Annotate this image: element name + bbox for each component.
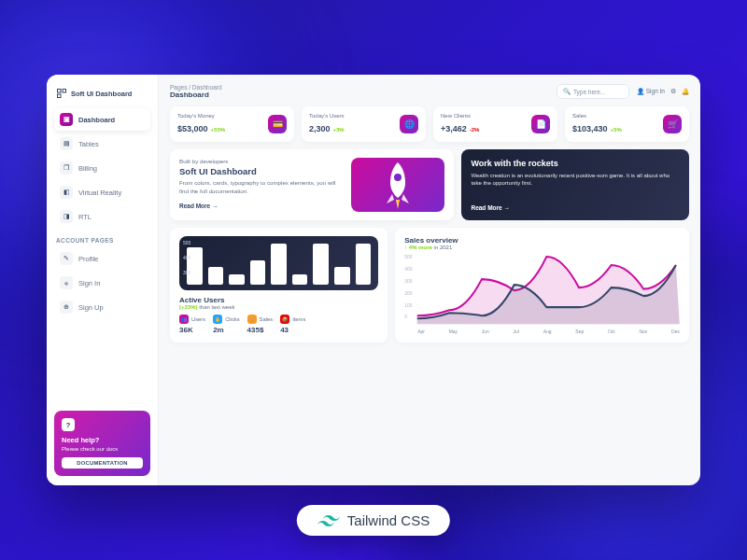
tailwind-label: Tailwind CSS	[347, 512, 430, 528]
bar	[313, 244, 329, 285]
bar	[250, 260, 266, 286]
metric: 📦Items43	[280, 315, 305, 334]
stat-delta: +55%	[211, 127, 226, 133]
svg-rect-1	[63, 90, 66, 93]
sidebar-item-label: RTL	[78, 213, 92, 221]
metric-label: Sales	[260, 316, 274, 322]
sidebar-item-tables[interactable]: ▤Tables	[54, 133, 150, 155]
dashboard-icon: ▣	[60, 113, 73, 126]
work-body: Wealth creation is an evolutionarily rec…	[471, 172, 680, 188]
sidebar-item-label: Sign In	[78, 279, 100, 287]
stat-delta: +5%	[611, 127, 622, 133]
signin-icon: ⎆	[60, 276, 73, 289]
metric: 👥Users36K	[179, 315, 205, 334]
signin-label: Sign In	[646, 88, 665, 94]
sidebar: Soft UI Dashboard ▣Dashboard ▤Tables ❐Bi…	[47, 75, 159, 485]
intro-kicker: Built by developers	[179, 158, 344, 164]
stat-label: Today's Users	[309, 113, 345, 119]
metric-icon: 👥	[179, 315, 189, 324]
active-users-card: 500400300 Active Users (+23%) than last …	[170, 228, 388, 343]
svg-rect-0	[58, 90, 62, 93]
bar	[356, 244, 372, 285]
sidebar-item-label: Billing	[78, 164, 97, 173]
stat-card: New Clients+3,462-2%📄	[433, 106, 557, 142]
stat-value: $103,430	[572, 124, 608, 133]
stat-card: Today's Money$53,000+55%💳	[170, 106, 294, 142]
stat-icon: 🌐	[400, 115, 418, 133]
signin-link[interactable]: 👤 Sign In	[637, 88, 665, 95]
intro-read-more-link[interactable]: Read More →	[179, 203, 218, 209]
intro-title: Soft UI Dashboard	[179, 166, 344, 176]
sales-chart: 5004003002001000 AprMayJunJulAugSepOctNo…	[404, 254, 680, 334]
search-placeholder: Type here...	[573, 89, 605, 95]
sidebar-item-profile[interactable]: ✎Profile	[54, 247, 150, 270]
sidebar-item-rtl[interactable]: ◨RTL	[54, 205, 150, 228]
brand-label: Soft UI Dashboard	[71, 90, 132, 98]
stat-value: +3,462	[441, 124, 467, 133]
stat-icon: 💳	[268, 115, 287, 133]
help-icon: ?	[62, 418, 75, 431]
work-card: Work with the rockets Wealth creation is…	[461, 149, 689, 220]
metric-value: 36K	[179, 326, 205, 334]
sidebar-item-billing[interactable]: ❐Billing	[54, 157, 150, 179]
brand-icon	[56, 88, 67, 99]
sidebar-item-dashboard[interactable]: ▣Dashboard	[54, 108, 150, 131]
profile-icon: ✎	[60, 252, 73, 265]
sales-sub: ↑ 4% more in 2021	[404, 245, 680, 250]
help-card: ? Need help? Please check our docs DOCUM…	[54, 411, 150, 476]
sidebar-item-vr[interactable]: ◧Virtual Reality	[54, 181, 150, 203]
metric-value: 2m	[213, 326, 239, 334]
stat-value: 2,300	[309, 124, 331, 133]
stat-icon: 📄	[531, 115, 550, 133]
bar	[271, 244, 287, 285]
metric-label: Clicks	[225, 316, 239, 322]
billing-icon: ❐	[60, 161, 73, 175]
work-title: Work with the rockets	[471, 159, 680, 168]
sales-title: Sales overview	[404, 236, 680, 245]
main-content: Pages / Dashboard Dashboard 🔍 Type here.…	[159, 75, 700, 485]
work-read-more-link[interactable]: Read More →	[471, 204, 680, 211]
sidebar-item-label: Tables	[78, 140, 99, 148]
svg-rect-2	[58, 94, 62, 98]
rocket-icon	[379, 159, 416, 211]
active-users-title: Active Users	[179, 296, 378, 304]
metric-icon: 🛒	[247, 315, 257, 324]
signup-icon: ⊕	[60, 301, 73, 314]
bell-icon[interactable]: 🔔	[682, 88, 689, 95]
help-title: Need help?	[62, 436, 143, 444]
bar	[229, 274, 245, 285]
vr-icon: ◧	[60, 186, 73, 199]
stat-value: $53,000	[177, 124, 208, 133]
breadcrumb-path: Pages / Dashboard	[170, 84, 222, 91]
app-window: Soft UI Dashboard ▣Dashboard ▤Tables ❐Bi…	[47, 75, 700, 485]
tailwind-icon	[317, 513, 340, 528]
metric-label: Items	[292, 316, 305, 322]
intro-body: From colors, cards, typography to comple…	[179, 179, 344, 195]
sidebar-item-label: Dashboard	[78, 116, 115, 124]
page-title: Dashboard	[170, 91, 222, 99]
stats-row: Today's Money$53,000+55%💳Today's Users2,…	[170, 106, 689, 142]
metric: ✋Clicks2m	[213, 315, 239, 334]
metric-value: 43	[280, 326, 305, 334]
rtl-icon: ◨	[60, 210, 73, 223]
stat-delta: +3%	[333, 127, 345, 133]
topbar: Pages / Dashboard Dashboard 🔍 Type here.…	[170, 84, 689, 99]
metric-value: 435$	[247, 326, 274, 334]
sidebar-item-label: Virtual Reality	[78, 189, 121, 197]
intro-card: Built by developers Soft UI Dashboard Fr…	[170, 149, 454, 220]
stat-icon: 🛒	[663, 115, 682, 133]
metric: 🛒Sales435$	[247, 315, 274, 334]
metric-icon: ✋	[213, 315, 222, 324]
search-input[interactable]: 🔍 Type here...	[557, 84, 629, 99]
sidebar-section-head: ACCOUNT PAGES	[56, 237, 148, 244]
tailwind-badge: Tailwind CSS	[297, 505, 450, 536]
sidebar-item-signin[interactable]: ⎆Sign In	[54, 272, 150, 294]
metric-icon: 📦	[280, 315, 289, 324]
stat-label: Today's Money	[177, 113, 225, 119]
stat-delta: -2%	[470, 127, 480, 133]
rocket-illustration	[351, 158, 444, 212]
stat-label: New Clients	[441, 113, 479, 119]
sidebar-item-signup[interactable]: ⊕Sign Up	[54, 296, 150, 318]
documentation-button[interactable]: DOCUMENTATION	[62, 457, 143, 469]
gear-icon[interactable]: ⚙	[670, 88, 676, 95]
